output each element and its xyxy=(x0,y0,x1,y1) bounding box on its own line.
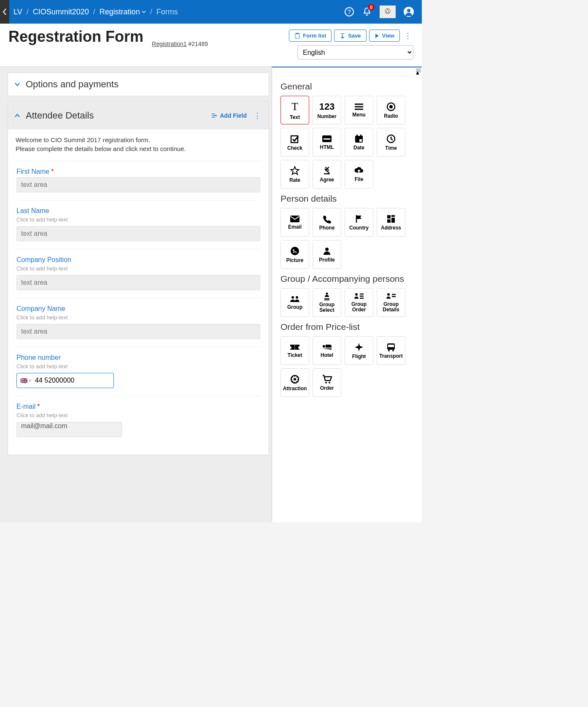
tile-ticket[interactable]: Ticket xyxy=(281,336,309,365)
back-button[interactable] xyxy=(0,0,9,24)
logo-icon xyxy=(383,8,392,16)
tile-group-select[interactable]: Group Select xyxy=(313,288,341,317)
tile-hotel[interactable]: Hotel xyxy=(313,336,341,365)
company-name-input[interactable] xyxy=(16,324,260,339)
first-name-input[interactable] xyxy=(16,177,260,192)
tile-radio[interactable]: Radio xyxy=(377,96,405,124)
clipboard-icon xyxy=(294,33,300,39)
company-name-label: Company Name xyxy=(16,305,260,313)
tile-file[interactable]: File xyxy=(345,160,373,189)
phone-label: Phone number xyxy=(16,354,260,362)
check-icon xyxy=(290,134,300,144)
tile-picture[interactable]: Picture xyxy=(281,240,309,269)
tile-group-details[interactable]: Group Details xyxy=(377,288,405,317)
attendee-title: Attendee Details xyxy=(26,110,94,121)
email-helptext[interactable]: Click to add help-text xyxy=(16,412,260,418)
tile-label: Phone xyxy=(319,225,335,231)
first-name-label: First Name* xyxy=(16,168,260,175)
tile-group[interactable]: Group xyxy=(281,288,309,317)
tile-check[interactable]: Check xyxy=(281,128,309,157)
tile-transport[interactable]: Transport xyxy=(377,336,405,365)
tile-attraction[interactable]: Attraction xyxy=(281,368,309,397)
company-name-helptext[interactable]: Click to add help-text xyxy=(16,314,260,321)
view-label: View xyxy=(382,32,394,39)
save-button[interactable]: Save xyxy=(334,30,366,42)
tile-label: Address xyxy=(381,225,401,231)
intro-text: Welcome to CIO Summit 2017 registration … xyxy=(16,135,261,153)
profile-icon xyxy=(322,246,332,256)
tile-label: Ticket xyxy=(288,353,302,358)
tile-label: Date xyxy=(353,145,364,151)
svg-point-30 xyxy=(355,293,358,296)
field-first-name: First Name* xyxy=(16,161,261,200)
registration-link[interactable]: Registration1 xyxy=(152,40,187,47)
tile-country[interactable]: Country xyxy=(345,208,373,237)
tile-agree[interactable]: ✕Agree xyxy=(313,160,341,189)
view-button[interactable]: View xyxy=(369,30,400,42)
tile-order[interactable]: Order xyxy=(313,368,341,397)
user-circle-icon xyxy=(403,6,414,17)
tile-phone[interactable]: Phone xyxy=(313,208,341,237)
crumb-event[interactable]: CIOSummit2020 xyxy=(33,8,89,16)
crumb-lv[interactable]: LV xyxy=(13,8,22,16)
tile-menu[interactable]: Menu xyxy=(345,96,373,124)
tile-label: HTML xyxy=(320,145,334,150)
attraction-icon xyxy=(290,374,300,384)
panel-more-menu[interactable]: ⋮ xyxy=(252,111,263,120)
tile-rate[interactable]: Rate xyxy=(281,160,309,189)
tile-email[interactable]: Email xyxy=(281,208,309,237)
last-name-helptext[interactable]: Click to add help-text xyxy=(16,216,260,223)
time-icon xyxy=(386,134,396,144)
tile-flight[interactable]: Flight xyxy=(345,336,373,365)
crumb-registration[interactable]: Registration xyxy=(100,8,146,16)
country-code-picker[interactable]: 🇬🇧 xyxy=(20,377,32,384)
tile-text[interactable]: TText xyxy=(281,96,309,124)
tile-group-order[interactable]: Group Order xyxy=(345,288,373,317)
phone-input[interactable] xyxy=(34,376,110,385)
html-icon xyxy=(321,135,332,143)
svg-rect-6 xyxy=(296,33,299,34)
agree-icon: ✕ xyxy=(322,166,332,175)
group-order-icon xyxy=(354,292,364,300)
tile-number[interactable]: 123Number xyxy=(313,96,341,124)
svg-point-37 xyxy=(294,378,296,380)
svg-rect-23 xyxy=(387,219,391,223)
caret-down-icon xyxy=(28,379,32,382)
last-name-input[interactable] xyxy=(16,226,260,241)
tile-address[interactable]: Address xyxy=(377,208,405,237)
scroll-up-indicator[interactable]: ▴ xyxy=(416,68,421,73)
panel-collapse-button[interactable] xyxy=(272,67,272,84)
email-icon xyxy=(290,215,300,223)
cart-icon xyxy=(322,375,332,384)
crumb-forms[interactable]: Forms xyxy=(156,8,178,16)
notifications-button[interactable]: 0 xyxy=(362,7,372,17)
svg-point-4 xyxy=(407,9,410,12)
form-list-button[interactable]: Form list xyxy=(289,30,332,42)
more-menu[interactable]: ⋮ xyxy=(402,31,413,40)
svg-rect-15 xyxy=(360,135,361,137)
collapse-toggle[interactable] xyxy=(14,81,21,88)
profile-button[interactable] xyxy=(403,6,414,17)
svg-point-34 xyxy=(388,350,390,351)
hotel-icon xyxy=(321,343,332,351)
add-field-icon xyxy=(211,113,217,118)
tile-date[interactable]: Date xyxy=(345,128,373,157)
main-area: Options and payments Attendee Details Ad… xyxy=(0,67,422,522)
tile-label: Group Order xyxy=(346,302,372,312)
email-input[interactable]: mail@mail.com xyxy=(16,422,122,437)
phone-helptext[interactable]: Click to add help-text xyxy=(16,363,260,370)
tile-time[interactable]: Time xyxy=(377,128,405,157)
company-position-input[interactable] xyxy=(16,275,260,290)
menu-icon xyxy=(354,103,364,111)
tile-label: Profile xyxy=(319,257,334,263)
collapse-toggle[interactable] xyxy=(14,112,21,119)
brand-logo[interactable] xyxy=(380,5,396,18)
company-position-helptext[interactable]: Click to add help-text xyxy=(16,265,260,272)
help-icon[interactable]: ? xyxy=(344,7,354,17)
field-email: E-mail* Click to add help-text mail@mail… xyxy=(16,396,261,445)
tile-label: Number xyxy=(317,114,336,119)
tile-html[interactable]: HTML xyxy=(313,128,341,157)
language-select[interactable]: English xyxy=(297,45,413,59)
tile-profile[interactable]: Profile xyxy=(313,240,341,269)
add-field-button[interactable]: Add Field xyxy=(211,112,247,119)
